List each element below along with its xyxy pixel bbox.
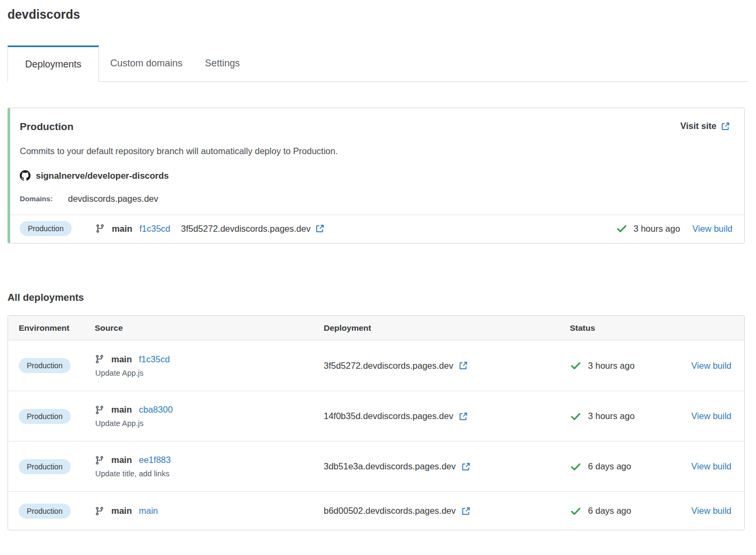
commit-link[interactable]: cba8300 (139, 405, 173, 415)
environment-badge: Production (20, 221, 72, 236)
external-link-icon[interactable] (459, 361, 468, 370)
deployment-url: 3f5d5272.devdiscords.pages.dev (181, 224, 310, 234)
visit-site-link[interactable]: Visit site (680, 121, 730, 131)
status-time: 3 hours ago (633, 224, 680, 234)
environment-badge: Production (19, 504, 71, 519)
deployment-url: 3db51e3a.devdiscords.pages.dev (324, 461, 456, 472)
branch-name: main (111, 455, 132, 465)
table-row: Production main cba8300 Update App.js 14… (8, 391, 744, 441)
environment-badge: Production (19, 459, 71, 474)
pages-project-page: devdiscords Deployments Custom domains S… (0, 0, 756, 539)
commit-link[interactable]: f1c35cd (139, 224, 170, 234)
page-title: devdiscords (7, 7, 745, 22)
check-icon (570, 410, 582, 422)
visit-site-label: Visit site (680, 121, 716, 131)
check-icon (570, 360, 582, 371)
deployment-url: 3f5d5272.devdiscords.pages.dev (324, 361, 453, 371)
view-build-link[interactable]: View build (691, 361, 731, 370)
environment-badge: Production (19, 409, 71, 424)
deployment-url: 14f0b35d.devdiscords.pages.dev (324, 411, 453, 421)
external-link-icon[interactable] (461, 506, 471, 516)
tab-settings[interactable]: Settings (194, 45, 251, 81)
repository-row: signalnerve/developer-discords (20, 170, 730, 181)
git-branch-icon (95, 455, 104, 465)
commit-message: Update title, add links (95, 469, 316, 478)
table-row: Production main ee1f883 Update title, ad… (8, 441, 744, 491)
column-environment: Environment (8, 323, 84, 333)
table-row: Production main main b6d00502.devdiscord… (8, 491, 744, 530)
external-link-icon[interactable] (459, 412, 468, 421)
check-icon (570, 505, 582, 517)
all-deployments-heading: All deployments (7, 292, 745, 303)
column-status: Status (559, 323, 677, 333)
column-deployment: Deployment (316, 323, 559, 333)
production-card: Production Visit site Commits to your de… (7, 108, 745, 244)
status-time: 3 hours ago (588, 361, 635, 371)
status-time: 6 days ago (588, 461, 631, 472)
view-build-link[interactable]: View build (691, 411, 731, 421)
commit-link[interactable]: main (139, 506, 158, 516)
column-source: Source (84, 323, 316, 333)
check-icon (616, 223, 628, 234)
check-icon (570, 461, 582, 473)
branch-name: main (112, 224, 133, 234)
git-branch-icon (95, 224, 105, 233)
commit-link[interactable]: ee1f883 (139, 455, 171, 465)
branch-name: main (111, 506, 132, 516)
tab-custom-domains[interactable]: Custom domains (99, 45, 194, 81)
domains-row: Domains: devdiscords.pages.dev (20, 194, 730, 204)
environment-badge: Production (19, 358, 71, 373)
branch-name: main (111, 405, 132, 415)
deployment-url: b6d00502.devdiscords.pages.dev (324, 506, 456, 516)
external-link-icon[interactable] (315, 224, 325, 233)
table-header: Environment Source Deployment Status (8, 316, 744, 340)
view-build-link[interactable]: View build (692, 224, 732, 234)
deployments-table: Environment Source Deployment Status Pro… (7, 315, 745, 530)
commit-link[interactable]: f1c35cd (139, 354, 170, 364)
git-branch-icon (95, 405, 104, 415)
tab-deployments[interactable]: Deployments (7, 45, 99, 82)
status-time: 6 days ago (588, 506, 631, 516)
table-row: Production main f1c35cd Update App.js 3f… (8, 340, 744, 391)
branch-name: main (111, 354, 132, 364)
git-branch-icon (95, 354, 104, 364)
status-time: 3 hours ago (588, 411, 635, 421)
github-icon (20, 170, 30, 181)
commit-message: Update App.js (95, 369, 316, 377)
repository-name: signalnerve/developer-discords (36, 171, 169, 181)
domains-label: Domains: (20, 195, 68, 203)
view-build-link[interactable]: View build (691, 461, 731, 471)
tab-bar: Deployments Custom domains Settings (7, 45, 749, 82)
production-heading: Production (20, 121, 73, 133)
production-deployment-row: Production main f1c35cd 3f5d5272.devdisc… (10, 215, 744, 243)
external-link-icon[interactable] (461, 462, 471, 472)
external-link-icon (721, 121, 730, 131)
production-description: Commits to your default repository branc… (20, 146, 730, 156)
view-build-link[interactable]: View build (691, 506, 731, 515)
git-branch-icon (95, 506, 104, 516)
commit-message: Update App.js (95, 419, 316, 428)
domains-value: devdiscords.pages.dev (68, 194, 158, 204)
